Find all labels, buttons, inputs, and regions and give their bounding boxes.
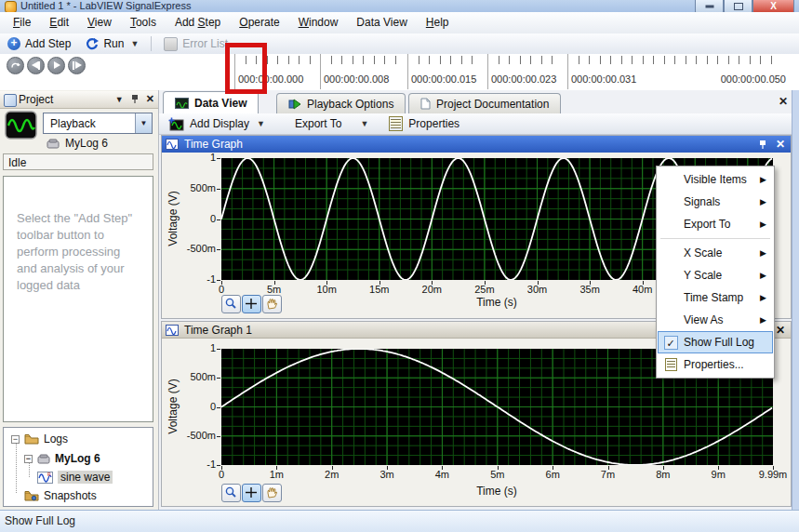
ruler-tick [600, 56, 601, 64]
menu-item-label: Time Stamp [684, 291, 760, 304]
menu-item-export-to[interactable]: Export To▶ [658, 213, 773, 235]
pan-button[interactable] [262, 484, 282, 502]
tab-playback-options[interactable]: Playback Options [276, 93, 406, 113]
mode-select-arrow[interactable]: ▼ [135, 113, 152, 133]
loop-button[interactable] [7, 57, 24, 74]
tab-project-documentation-label: Project Documentation [436, 98, 549, 111]
close-button[interactable]: X [752, 0, 794, 13]
menu-tools[interactable]: Tools [121, 12, 166, 33]
menu-window[interactable]: Window [289, 12, 348, 33]
ruler-separator [487, 54, 488, 89]
log-disk-icon [47, 139, 60, 149]
maximize-button[interactable] [724, 0, 752, 13]
tree-item-mylog[interactable]: − MyLog 6 [24, 450, 100, 467]
ruler-tick [374, 56, 375, 64]
menu-view[interactable]: View [78, 12, 121, 33]
ruler-label: 000:00:00.050 [721, 73, 786, 85]
zoom-button[interactable] [221, 295, 241, 313]
crosshair-button[interactable] [242, 484, 261, 502]
menubar: FileEditViewToolsAdd StepOperateWindowDa… [0, 12, 799, 34]
check-icon: ✓ [658, 336, 684, 350]
mode-select[interactable]: Playback ▼ [43, 113, 153, 134]
menu-item-view-as[interactable]: View As▶ [658, 309, 773, 331]
ruler-tick [395, 56, 396, 64]
tree-item-logs[interactable]: − Logs [11, 431, 68, 447]
menu-item-show-full-log[interactable]: ✓Show Full Log [658, 331, 773, 353]
menu-file[interactable]: File [4, 12, 40, 33]
active-log-label: MyLog 6 [65, 137, 108, 150]
submenu-arrow-icon: ▶ [760, 315, 773, 325]
project-icon [4, 94, 17, 107]
menu-item-label: Signals [684, 195, 760, 208]
add-display-button[interactable]: Add Display ▼ [165, 117, 274, 131]
tree-item-sine-wave[interactable]: R sine wave [37, 469, 113, 485]
ruler-tick [509, 56, 510, 64]
menu-help[interactable]: Help [417, 12, 459, 33]
ruler-tick [363, 56, 364, 64]
tab-data-view[interactable]: Data View [163, 91, 259, 113]
run-button[interactable]: Run ▼ [78, 34, 146, 53]
menu-item-visible-items[interactable]: Visible Items▶ [658, 168, 773, 191]
x-axis-title: Time (s) [450, 296, 543, 309]
panel-menu-caret-icon[interactable]: ▼ [115, 95, 124, 104]
x-tick-label: 0 [201, 284, 242, 295]
pin-icon[interactable] [131, 94, 139, 104]
menu-edit[interactable]: Edit [40, 12, 78, 33]
ruler-tick [707, 56, 708, 64]
x-tick-label: 5m [477, 469, 518, 480]
x-tick-label: 30m [517, 284, 558, 295]
play-button[interactable] [47, 57, 65, 74]
time-graph-header[interactable]: Time Graph ✕ [162, 136, 791, 153]
step-forward-button[interactable] [68, 57, 86, 74]
view-close-icon[interactable]: ✕ [779, 95, 788, 108]
add-display-caret-icon[interactable]: ▼ [257, 119, 265, 128]
menu-item-signals[interactable]: Signals▶ [658, 191, 773, 213]
tree-item-snapshots[interactable]: Snapshots [24, 487, 97, 504]
ruler-tick [717, 56, 718, 64]
step-forward-icon [73, 61, 74, 70]
collapse-icon[interactable]: − [24, 455, 33, 463]
menu-operate[interactable]: Operate [230, 12, 288, 33]
step-back-button[interactable] [27, 57, 45, 74]
y-tick [217, 436, 220, 437]
menu-item-properties[interactable]: Properties... [658, 353, 773, 376]
menu-item-time-stamp[interactable]: Time Stamp▶ [658, 286, 773, 309]
export-to-caret-icon[interactable]: ▼ [360, 119, 368, 128]
zoom-button[interactable] [221, 484, 241, 502]
tree-guide [16, 441, 18, 493]
y-tick-label: 1 [162, 152, 216, 163]
active-log-row[interactable]: MyLog 6 [47, 137, 108, 150]
project-panel-header[interactable]: Project ▼ ✕ [0, 91, 158, 109]
snapshots-folder-icon [24, 490, 39, 501]
add-display-label: Add Display [190, 117, 249, 130]
menu-add-step[interactable]: Add Step [166, 12, 230, 33]
error-list-button[interactable]: Error List [156, 34, 235, 53]
menu-item-y-scale[interactable]: Y Scale▶ [658, 264, 773, 286]
error-list-icon [164, 37, 178, 51]
status-indicator: Idle [3, 153, 153, 170]
tab-project-documentation[interactable]: Project Documentation [408, 93, 561, 113]
properties-button[interactable]: Properties [385, 116, 469, 131]
export-to-button[interactable]: Export To ▼ [291, 117, 378, 130]
run-dropdown-caret[interactable]: ▼ [130, 39, 139, 48]
panel-close-icon[interactable]: ✕ [146, 93, 154, 105]
menu-separator [660, 238, 770, 239]
pin-icon[interactable] [759, 140, 766, 150]
submenu-arrow-icon: ▶ [760, 271, 773, 280]
collapse-icon[interactable]: − [11, 435, 20, 444]
add-step-button[interactable]: + Add Step [0, 34, 78, 53]
y-tick [217, 280, 220, 281]
pan-button[interactable] [262, 295, 282, 313]
ruler-tick [384, 56, 385, 64]
crosshair-button[interactable] [242, 295, 261, 313]
menu-item-x-scale[interactable]: X Scale▶ [658, 242, 773, 264]
menu-data-view[interactable]: Data View [347, 12, 416, 33]
minimize-button[interactable] [695, 0, 724, 13]
x-axis-title: Time (s) [450, 485, 543, 498]
y-tick [217, 349, 220, 350]
title-bar[interactable]: Untitled 1 * - LabVIEW SignalExpress X [0, 0, 799, 13]
playback-options-icon [288, 99, 301, 110]
panel-close-icon[interactable]: ✕ [776, 324, 785, 337]
ruler-tick [686, 56, 686, 64]
panel-close-icon[interactable]: ✕ [776, 138, 785, 151]
